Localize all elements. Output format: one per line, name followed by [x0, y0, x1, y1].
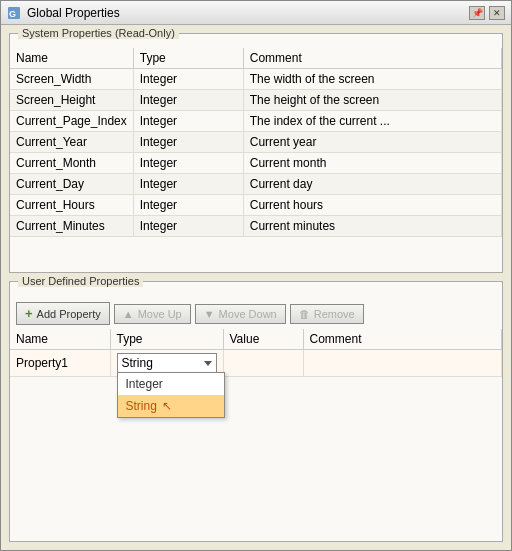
- type-dropdown-popup: Integer String ↖: [117, 372, 225, 418]
- system-properties-table: Name Type Comment Screen_Width Integer T…: [10, 48, 502, 237]
- remove-label: Remove: [314, 308, 355, 320]
- table-row[interactable]: Screen_Height Integer The height of the …: [10, 90, 502, 111]
- table-row[interactable]: Current_Month Integer Current month: [10, 153, 502, 174]
- property-name-cell: Property1: [10, 350, 110, 377]
- sys-comment-cell: Current hours: [243, 195, 501, 216]
- move-up-label: Move Up: [138, 308, 182, 320]
- sys-name-cell: Current_Month: [10, 153, 133, 174]
- add-property-label: Add Property: [37, 308, 101, 320]
- sys-comment-cell: The width of the screen: [243, 69, 501, 90]
- sys-comment-cell: Current month: [243, 153, 501, 174]
- move-down-label: Move Down: [219, 308, 277, 320]
- move-up-button[interactable]: ▲ Move Up: [114, 304, 191, 324]
- table-row[interactable]: Property1 String Integer: [10, 350, 502, 377]
- remove-icon: 🗑: [299, 308, 310, 320]
- table-row[interactable]: Current_Day Integer Current day: [10, 174, 502, 195]
- sys-type-cell: Integer: [133, 153, 243, 174]
- system-col-type: Type: [133, 48, 243, 69]
- window-icon: G: [7, 6, 21, 20]
- sys-type-cell: Integer: [133, 195, 243, 216]
- user-col-value: Value: [223, 329, 303, 350]
- dropdown-option-string[interactable]: String ↖: [118, 395, 224, 417]
- user-col-comment: Comment: [303, 329, 502, 350]
- sys-type-cell: Integer: [133, 111, 243, 132]
- move-up-icon: ▲: [123, 308, 134, 320]
- sys-comment-cell: Current year: [243, 132, 501, 153]
- system-table-header-row: Name Type Comment: [10, 48, 502, 69]
- sys-comment-cell: The index of the current ...: [243, 111, 501, 132]
- sys-name-cell: Current_Page_Index: [10, 111, 133, 132]
- user-section-legend: User Defined Properties: [18, 275, 143, 287]
- add-icon: +: [25, 306, 33, 321]
- user-table-header-row: Name Type Value Comment: [10, 329, 502, 350]
- table-row[interactable]: Screen_Width Integer The width of the sc…: [10, 69, 502, 90]
- move-down-icon: ▼: [204, 308, 215, 320]
- user-properties-table: Name Type Value Comment Property1 String: [10, 329, 502, 377]
- sys-type-cell: Integer: [133, 69, 243, 90]
- sys-name-cell: Screen_Width: [10, 69, 133, 90]
- table-row[interactable]: Current_Minutes Integer Current minutes: [10, 216, 502, 237]
- title-bar: G Global Properties 📌 ✕: [1, 1, 511, 25]
- system-properties-section: System Properties (Read-Only) Name Type …: [9, 33, 503, 273]
- sys-type-cell: Integer: [133, 132, 243, 153]
- user-defined-section: User Defined Properties + Add Property ▲…: [9, 281, 503, 542]
- table-row[interactable]: Current_Year Integer Current year: [10, 132, 502, 153]
- sys-type-cell: Integer: [133, 90, 243, 111]
- system-section-legend: System Properties (Read-Only): [18, 27, 179, 39]
- table-row[interactable]: Current_Hours Integer Current hours: [10, 195, 502, 216]
- add-property-button[interactable]: + Add Property: [16, 302, 110, 325]
- property-comment-cell: [303, 350, 502, 377]
- user-table-area: Name Type Value Comment Property1 String: [10, 329, 502, 377]
- title-bar-controls: 📌 ✕: [469, 6, 505, 20]
- sys-name-cell: Current_Hours: [10, 195, 133, 216]
- sys-name-cell: Current_Minutes: [10, 216, 133, 237]
- property-type-cell[interactable]: String Integer String ↖: [110, 350, 223, 377]
- system-col-name: Name: [10, 48, 133, 69]
- sys-name-cell: Current_Day: [10, 174, 133, 195]
- dropdown-arrow-icon: [204, 361, 212, 366]
- svg-text:G: G: [9, 9, 16, 19]
- user-toolbar: + Add Property ▲ Move Up ▼ Move Down 🗑 R…: [10, 296, 502, 329]
- system-table-container[interactable]: Name Type Comment Screen_Width Integer T…: [10, 48, 502, 272]
- sys-type-cell: Integer: [133, 216, 243, 237]
- title-bar-left: G Global Properties: [7, 6, 120, 20]
- user-col-type: Type: [110, 329, 223, 350]
- dropdown-option-integer[interactable]: Integer: [118, 373, 224, 395]
- sys-name-cell: Screen_Height: [10, 90, 133, 111]
- sys-type-cell: Integer: [133, 174, 243, 195]
- global-properties-window: G Global Properties 📌 ✕ System Propertie…: [0, 0, 512, 551]
- remove-button[interactable]: 🗑 Remove: [290, 304, 364, 324]
- sys-comment-cell: The height of the screen: [243, 90, 501, 111]
- window-body: System Properties (Read-Only) Name Type …: [1, 25, 511, 550]
- sys-name-cell: Current_Year: [10, 132, 133, 153]
- system-col-comment: Comment: [243, 48, 501, 69]
- sys-comment-cell: Current minutes: [243, 216, 501, 237]
- window-title: Global Properties: [27, 6, 120, 20]
- dropdown-cursor: ↖: [162, 399, 172, 413]
- type-dropdown[interactable]: String: [117, 353, 217, 373]
- pin-button[interactable]: 📌: [469, 6, 485, 20]
- move-down-button[interactable]: ▼ Move Down: [195, 304, 286, 324]
- table-row[interactable]: Current_Page_Index Integer The index of …: [10, 111, 502, 132]
- close-button[interactable]: ✕: [489, 6, 505, 20]
- sys-comment-cell: Current day: [243, 174, 501, 195]
- property-value-cell: [223, 350, 303, 377]
- type-selected-value: String: [122, 356, 153, 370]
- user-col-name: Name: [10, 329, 110, 350]
